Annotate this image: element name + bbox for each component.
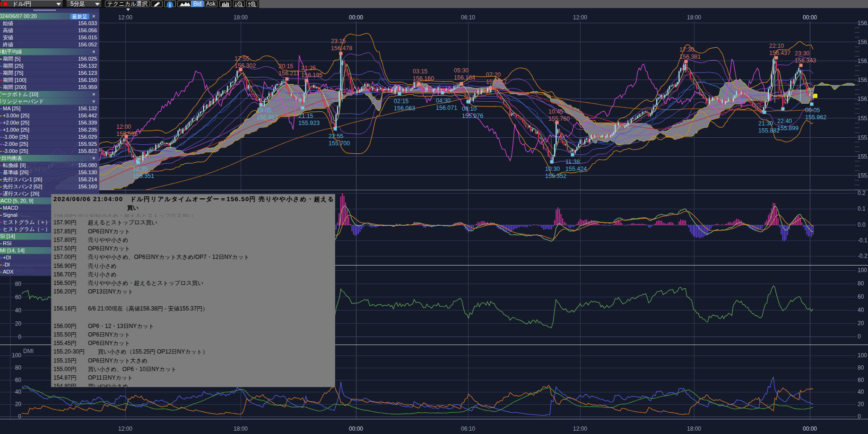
svg-text:21:30: 21:30 [758, 120, 773, 127]
svg-text:-0.2: -0.2 [858, 253, 868, 259]
svg-text:80: 80 [858, 280, 864, 287]
svg-text:40: 40 [15, 307, 22, 314]
svg-text:04:30: 04:30 [436, 97, 451, 104]
svg-text:07:20: 07:20 [486, 71, 501, 78]
svg-text:155.760: 155.760 [548, 115, 570, 122]
svg-text:155.923: 155.923 [298, 120, 320, 126]
svg-text:156.4: 156.4 [858, 58, 868, 64]
svg-text:156.164: 156.164 [454, 74, 475, 81]
svg-text:155.352: 155.352 [545, 173, 566, 179]
svg-text:155.962: 155.962 [805, 114, 826, 121]
svg-text:0.1: 0.1 [858, 205, 866, 212]
svg-text:156.071: 156.071 [436, 105, 457, 111]
svg-text:156.381: 156.381 [679, 53, 701, 60]
svg-text:80: 80 [15, 364, 22, 371]
svg-text:06:10: 06:10 [461, 425, 475, 432]
svg-text:155.4: 155.4 [858, 153, 868, 160]
svg-text:155.700: 155.700 [329, 140, 350, 147]
svg-text:00:00: 00:00 [349, 14, 363, 21]
svg-text:DMI: DMI [23, 348, 34, 354]
svg-text:11:38: 11:38 [565, 159, 580, 165]
svg-text:100: 100 [858, 352, 867, 359]
svg-text:0: 0 [18, 334, 21, 340]
svg-text:20: 20 [858, 401, 864, 407]
svg-text:156.343: 156.343 [795, 57, 816, 64]
svg-text:20: 20 [15, 320, 22, 327]
svg-text:156.117: 156.117 [486, 79, 507, 85]
svg-text:21:25: 21:25 [301, 65, 316, 71]
svg-text:0.2: 0.2 [858, 190, 866, 196]
svg-text:0: 0 [18, 413, 21, 420]
svg-text:60: 60 [15, 377, 22, 383]
svg-text:155.8: 155.8 [858, 115, 868, 122]
svg-text:155.882: 155.882 [758, 127, 780, 134]
svg-text:18:00: 18:00 [687, 425, 701, 432]
svg-text:00:00: 00:00 [349, 425, 363, 432]
svg-text:19:05: 19:05 [257, 107, 271, 114]
svg-text:02:15: 02:15 [394, 98, 408, 105]
svg-text:100: 100 [12, 352, 21, 359]
svg-text:22:55: 22:55 [329, 133, 343, 140]
svg-text:40: 40 [858, 389, 864, 395]
svg-text:156.063: 156.063 [394, 105, 415, 112]
svg-text:17:55: 17:55 [234, 55, 249, 62]
svg-text:155.957: 155.957 [257, 114, 278, 121]
svg-text:60: 60 [858, 293, 864, 300]
svg-text:156.302: 156.302 [234, 62, 256, 69]
svg-text:12:00: 12:00 [573, 425, 587, 432]
svg-text:80: 80 [15, 281, 22, 287]
svg-text:156.0: 156.0 [858, 96, 868, 102]
svg-text:156.160: 156.160 [413, 75, 434, 82]
svg-text:155.6: 155.6 [858, 134, 868, 141]
svg-text:155.424: 155.424 [565, 166, 587, 172]
svg-text:06:10: 06:10 [462, 106, 477, 112]
svg-text:12:00: 12:00 [116, 124, 131, 130]
svg-text:155.351: 155.351 [133, 173, 154, 179]
svg-text:40: 40 [858, 307, 864, 313]
svg-text:156.2: 156.2 [858, 77, 868, 83]
svg-text:17:30: 17:30 [679, 46, 694, 53]
svg-text:100: 100 [858, 267, 867, 274]
svg-text:156.478: 156.478 [331, 45, 352, 52]
svg-text:12:00: 12:00 [118, 14, 132, 21]
svg-text:03:15: 03:15 [413, 68, 427, 75]
svg-text:20:15: 20:15 [278, 63, 293, 70]
svg-text:23:15: 23:15 [331, 38, 346, 44]
svg-text:156.8: 156.8 [858, 20, 868, 27]
svg-text:21:15: 21:15 [298, 113, 313, 119]
svg-text:40: 40 [15, 389, 22, 395]
svg-text:155.2: 155.2 [858, 172, 868, 179]
svg-text:05:30: 05:30 [454, 67, 469, 74]
svg-text:06:10: 06:10 [461, 14, 475, 21]
svg-text:00:00: 00:00 [803, 425, 817, 432]
svg-text:10:30: 10:30 [545, 166, 560, 172]
svg-text:80: 80 [858, 364, 864, 371]
svg-text:-0.1: -0.1 [858, 237, 868, 244]
svg-text:0: 0 [858, 333, 861, 340]
svg-text:20: 20 [15, 401, 22, 407]
svg-text:12:35: 12:35 [133, 166, 148, 172]
svg-text:0: 0 [858, 413, 861, 420]
svg-text:23:30: 23:30 [795, 50, 809, 57]
svg-text:22:10: 22:10 [769, 43, 784, 49]
svg-text:155.976: 155.976 [462, 113, 483, 119]
svg-text:22:40: 22:40 [777, 118, 792, 124]
svg-text:60: 60 [858, 377, 864, 383]
svg-text:10:45: 10:45 [548, 108, 563, 115]
svg-text:00:00: 00:00 [803, 14, 817, 21]
svg-text:0.0: 0.0 [858, 221, 866, 228]
svg-text:155.899: 155.899 [777, 125, 799, 132]
svg-text:20: 20 [858, 320, 864, 327]
svg-text:18:00: 18:00 [234, 425, 248, 432]
svg-text:00:05: 00:05 [805, 107, 820, 114]
svg-text:12:00: 12:00 [573, 14, 587, 21]
svg-text:18:00: 18:00 [687, 14, 701, 21]
svg-text:12:00: 12:00 [118, 425, 132, 432]
svg-text:156.195: 156.195 [301, 72, 322, 79]
svg-text:18:00: 18:00 [234, 14, 248, 21]
svg-text:156.6: 156.6 [858, 39, 868, 45]
svg-text:155.595: 155.595 [116, 131, 138, 137]
svg-text:156.437: 156.437 [769, 50, 790, 56]
svg-text:156.211: 156.211 [278, 70, 299, 77]
svg-text:60: 60 [15, 294, 22, 301]
